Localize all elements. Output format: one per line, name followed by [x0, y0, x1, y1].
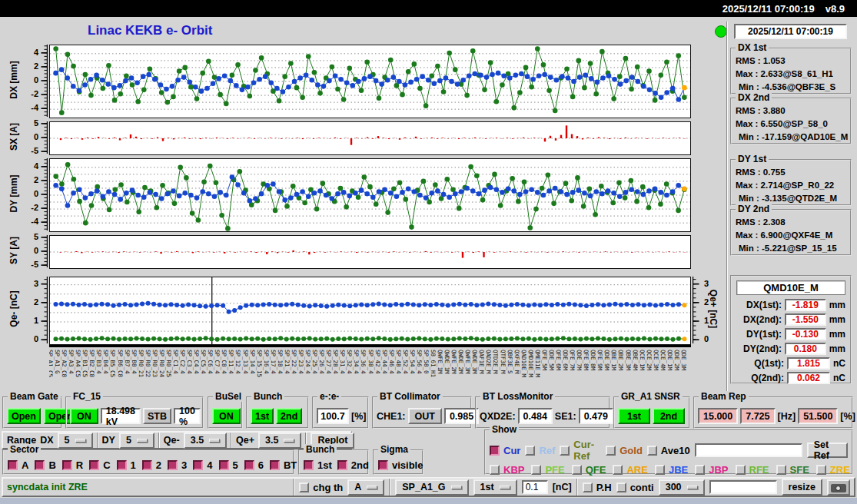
checkbox[interactable] — [304, 460, 314, 470]
monitor-value: 0.180 — [785, 343, 826, 355]
checkbox[interactable] — [776, 465, 786, 475]
show-gold-checkbox[interactable]: Gold — [606, 445, 643, 456]
fc15-percent-value: 100 % — [174, 408, 201, 424]
che1-state-button[interactable]: OUT — [408, 408, 442, 424]
monitor-row: DX(2nd):-1.550mm — [732, 312, 850, 327]
qe-plot — [50, 277, 690, 344]
checkbox[interactable] — [142, 460, 152, 470]
option-menu-icon — [75, 439, 86, 443]
camera-icon[interactable] — [827, 479, 850, 496]
gr-snsr-1st-button[interactable]: 1st — [618, 408, 650, 424]
ph-checkbox[interactable]: P.H — [583, 482, 612, 493]
checkbox[interactable] — [378, 460, 388, 470]
checkbox[interactable] — [35, 460, 45, 470]
set-ref-button[interactable]: Set Ref — [807, 443, 848, 458]
bunch-1st-button[interactable]: 1st — [251, 408, 274, 424]
checkbox[interactable] — [695, 465, 705, 475]
show-jbe-checkbox[interactable]: JBE — [655, 464, 688, 476]
bpm-select[interactable]: SP_A1_G — [395, 479, 468, 496]
stat-max: Max : 2.633@S8_61_H1 — [732, 68, 850, 81]
sector-checkbox-6[interactable]: 6 — [244, 459, 264, 471]
bunch-2nd-button[interactable]: 2nd — [276, 408, 302, 424]
checkbox[interactable] — [89, 460, 99, 470]
qep-axis-comb — [693, 277, 701, 343]
checkbox[interactable] — [270, 460, 280, 470]
checkbox[interactable] — [816, 465, 826, 475]
show-jbp-checkbox[interactable]: JBP — [695, 464, 728, 476]
bunch-select[interactable]: 1st — [473, 479, 517, 496]
sector-checkbox-5[interactable]: 5 — [219, 459, 238, 471]
range-qem-select[interactable]: 3.5 — [184, 433, 227, 449]
application-window: 2025/12/11 07:00:19 v8.9 Linac KEKB e- O… — [0, 0, 857, 504]
checkbox[interactable] — [736, 465, 746, 475]
checkbox[interactable] — [613, 465, 623, 475]
sigma-visible-checkbox[interactable]: visible — [378, 459, 423, 471]
checkbox[interactable] — [117, 460, 127, 470]
sector-checkbox-c[interactable]: C — [89, 459, 110, 471]
sector-checkbox-3[interactable]: 3 — [168, 459, 187, 471]
range-dy-select[interactable]: 5 — [119, 433, 154, 449]
threshold-input[interactable] — [522, 480, 548, 494]
checkbox[interactable] — [244, 460, 254, 470]
sector-checkbox-b[interactable]: B — [35, 459, 55, 471]
panel-divider — [726, 22, 728, 393]
beam-gate-1-button[interactable]: Open — [7, 408, 41, 424]
fc15-on-button[interactable]: ON — [70, 408, 98, 424]
checkbox[interactable] — [606, 446, 616, 456]
show-qfe-checkbox[interactable]: QFE — [572, 464, 606, 476]
show-are-checkbox[interactable]: ARE — [613, 464, 647, 476]
checkbox[interactable] — [168, 460, 178, 470]
checkbox[interactable] — [531, 465, 541, 475]
sector-checkbox-a[interactable]: A — [8, 459, 28, 471]
qe-yticks: 3210 — [22, 277, 38, 343]
chg-th-checkbox[interactable]: chg th — [299, 482, 343, 493]
extra-input[interactable] — [709, 480, 777, 494]
th-select[interactable]: A — [347, 479, 384, 496]
fc15-stb-button[interactable]: STB — [143, 408, 171, 424]
checkbox[interactable] — [572, 465, 582, 475]
checkbox[interactable] — [525, 446, 535, 456]
checkbox[interactable] — [560, 446, 570, 456]
resize-button[interactable]: resize — [782, 479, 822, 496]
show-row-1: Cur Ref Cur-Ref Gold Ave10 Set Ref — [486, 431, 852, 463]
range-dx-select[interactable]: 5 — [58, 433, 93, 449]
checkbox[interactable] — [583, 482, 593, 492]
checkbox[interactable] — [8, 460, 18, 470]
checkbox[interactable] — [490, 446, 500, 456]
gr-snsr-2nd-button[interactable]: 2nd — [653, 408, 685, 424]
show-cur-checkbox[interactable]: Cur — [490, 445, 520, 456]
show-zre-checkbox[interactable]: ZRE — [816, 464, 850, 476]
checkbox[interactable] — [616, 482, 626, 492]
range-qep-select[interactable]: 3.5 — [258, 433, 301, 449]
stats-dx-2nd: DX 2nd RMS : 3.880 Max : 6.550@SP_58_0 M… — [730, 98, 852, 144]
show-ref-checkbox[interactable]: Ref — [525, 445, 555, 456]
checkbox[interactable] — [647, 446, 657, 456]
busel-on-button[interactable]: ON — [212, 408, 241, 424]
show-cur-ref-checkbox[interactable]: Cur-Ref — [560, 439, 601, 462]
show-sfe-checkbox[interactable]: SFE — [776, 464, 809, 476]
sector-checkbox-4[interactable]: 4 — [193, 459, 212, 471]
checkbox[interactable] — [337, 460, 347, 470]
sector-checkbox-r[interactable]: R — [62, 459, 83, 471]
checkbox[interactable] — [219, 460, 229, 470]
checkbox[interactable] — [655, 465, 665, 475]
sector-checkbox-1[interactable]: 1 — [117, 459, 136, 471]
bunch-2nd-checkbox[interactable]: 2nd — [337, 459, 369, 471]
sector-checkbox-bt[interactable]: BT — [270, 459, 297, 471]
conti-checkbox[interactable]: conti — [616, 482, 654, 493]
checkbox[interactable] — [490, 465, 500, 475]
checkbox[interactable] — [299, 482, 309, 492]
beam-rep-value-2: 7.725 — [740, 408, 775, 424]
show-kbp-checkbox[interactable]: KBP — [490, 464, 524, 476]
checkbox[interactable] — [62, 460, 72, 470]
points-select[interactable]: 300 — [659, 479, 705, 496]
show-rfe-checkbox[interactable]: RFE — [736, 464, 769, 476]
show-pfe-checkbox[interactable]: PFE — [531, 464, 564, 476]
beam-rep-group: Beam Rep 15.000 7.725 [Hz] 51.500 [%] — [693, 396, 853, 429]
show-ave10-checkbox[interactable]: Ave10 — [647, 445, 690, 456]
ref-name-input[interactable] — [695, 443, 802, 457]
bunch-1st-checkbox[interactable]: 1st — [304, 459, 332, 471]
sector-checkbox-2[interactable]: 2 — [142, 459, 161, 471]
checkbox[interactable] — [193, 460, 203, 470]
qe-axis-label: Qe- [nC] — [8, 267, 19, 351]
